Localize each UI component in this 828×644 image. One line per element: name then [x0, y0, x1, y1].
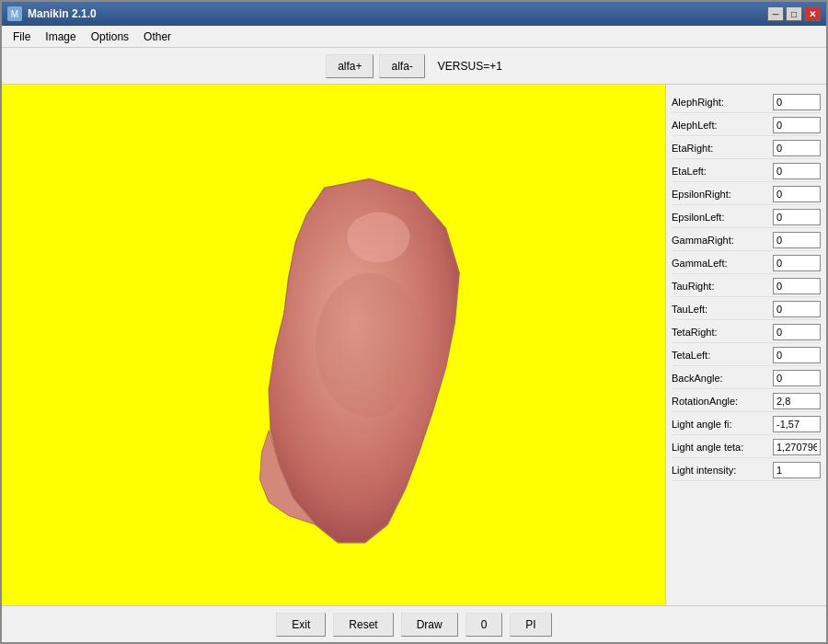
param-label: EtaLeft:: [672, 166, 707, 177]
param-row: TetaRight:: [672, 322, 821, 343]
param-label: EpsilonLeft:: [672, 212, 724, 223]
param-input[interactable]: [773, 278, 821, 294]
param-label: Light angle teta:: [672, 442, 743, 453]
param-input[interactable]: [773, 439, 821, 455]
bottom-btn-draw[interactable]: Draw: [401, 613, 458, 637]
canvas-area[interactable]: [2, 85, 665, 605]
param-input[interactable]: [773, 255, 821, 271]
ear-3d-render: [2, 85, 665, 605]
param-row: TauRight:: [672, 276, 821, 297]
alfa-minus-button[interactable]: alfa-: [379, 54, 424, 78]
param-input[interactable]: [773, 301, 821, 317]
param-label: EtaRight:: [672, 143, 713, 154]
param-row: RotationAngle:: [672, 391, 821, 412]
app-icon: M: [7, 6, 22, 21]
bottom-toolbar: ExitResetDraw0PI: [2, 605, 826, 642]
param-input[interactable]: [773, 462, 821, 478]
alfa-plus-button[interactable]: alfa+: [326, 54, 374, 78]
param-input[interactable]: [773, 347, 821, 363]
main-content: AlephRight:AlephLeft:EtaRight:EtaLeft:Ep…: [2, 85, 826, 605]
param-row: EtaRight:: [672, 138, 821, 159]
param-row: EtaLeft:: [672, 161, 821, 182]
param-row: GammaRight:: [672, 230, 821, 251]
param-row: BackAngle:: [672, 368, 821, 389]
param-label: AlephLeft:: [672, 120, 718, 131]
minimize-button[interactable]: ─: [767, 6, 784, 21]
param-input[interactable]: [773, 117, 821, 133]
versus-label: VERSUS=+1: [438, 60, 502, 73]
param-input[interactable]: [773, 370, 821, 386]
param-label: BackAngle:: [672, 373, 723, 384]
close-button[interactable]: ✕: [804, 6, 821, 21]
param-input[interactable]: [773, 232, 821, 248]
menu-options[interactable]: Options: [84, 28, 136, 46]
svg-point-3: [347, 213, 409, 263]
menu-other[interactable]: Other: [136, 28, 178, 46]
param-label: Light angle fi:: [672, 419, 731, 430]
window-title: Manikin 2.1.0: [28, 7, 97, 20]
param-row: TetaLeft:: [672, 345, 821, 366]
param-row: AlephLeft:: [672, 115, 821, 136]
param-input[interactable]: [773, 324, 821, 340]
param-input[interactable]: [773, 163, 821, 179]
toolbar: alfa+ alfa- VERSUS=+1: [2, 48, 826, 85]
bottom-btn-0[interactable]: 0: [466, 613, 503, 637]
param-label: AlephRight:: [672, 97, 724, 108]
param-row: GammaLeft:: [672, 253, 821, 274]
param-label: Light intensity:: [672, 465, 736, 476]
param-label: RotationAngle:: [672, 396, 738, 407]
param-input[interactable]: [773, 393, 821, 409]
param-label: EpsilonRight:: [672, 189, 731, 200]
param-row: AlephRight:: [672, 92, 821, 113]
param-label: GammaRight:: [672, 235, 734, 246]
param-label: GammaLeft:: [672, 258, 728, 269]
param-label: TetaRight:: [672, 327, 718, 338]
param-input[interactable]: [773, 94, 821, 110]
param-input[interactable]: [773, 186, 821, 202]
bottom-btn-pi[interactable]: PI: [510, 613, 551, 637]
param-label: TauLeft:: [672, 304, 707, 315]
menu-file[interactable]: File: [6, 28, 38, 46]
param-row: Light angle teta:: [672, 437, 821, 458]
right-panel: AlephRight:AlephLeft:EtaRight:EtaLeft:Ep…: [665, 85, 826, 605]
param-row: Light angle fi:: [672, 414, 821, 435]
param-input[interactable]: [773, 140, 821, 156]
param-row: EpsilonRight:: [672, 184, 821, 205]
menu-image[interactable]: Image: [38, 28, 83, 46]
param-input[interactable]: [773, 209, 821, 225]
menu-bar: File Image Options Other: [2, 26, 826, 48]
param-row: TauLeft:: [672, 299, 821, 320]
title-bar-left: M Manikin 2.1.0: [7, 6, 97, 21]
param-row: Light intensity:: [672, 460, 821, 481]
app-window: M Manikin 2.1.0 ─ □ ✕ File Image Options…: [0, 0, 828, 644]
param-label: TetaLeft:: [672, 350, 710, 361]
bottom-btn-reset[interactable]: Reset: [333, 613, 393, 637]
title-controls: ─ □ ✕: [767, 6, 821, 21]
svg-point-2: [316, 273, 423, 417]
maximize-button[interactable]: □: [786, 6, 802, 21]
param-row: EpsilonLeft:: [672, 207, 821, 228]
param-input[interactable]: [773, 416, 821, 432]
title-bar: M Manikin 2.1.0 ─ □ ✕: [2, 2, 826, 26]
param-label: TauRight:: [672, 281, 714, 292]
bottom-btn-exit[interactable]: Exit: [276, 613, 326, 637]
